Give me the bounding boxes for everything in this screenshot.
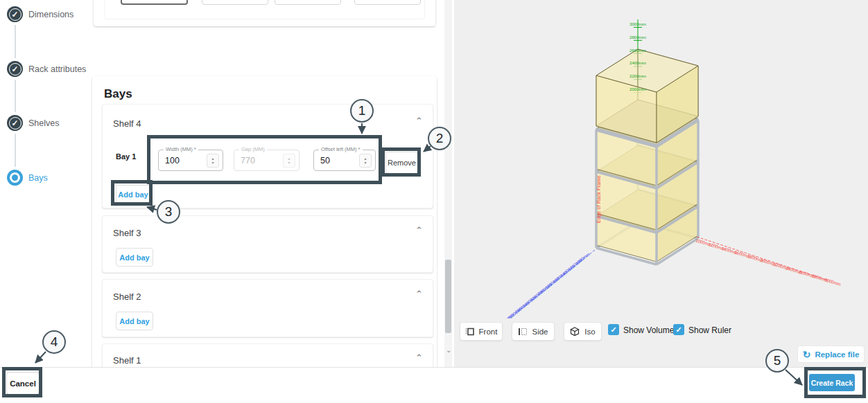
- annotation-circle-1: 1: [350, 99, 374, 123]
- svg-text:2200mm: 2200mm: [630, 73, 646, 78]
- svg-text:2800mm: 2800mm: [630, 35, 646, 39]
- gap-field: Gap (MM) 770 ▴▾: [234, 150, 300, 171]
- step-shelves-check-icon[interactable]: ✓: [7, 115, 23, 131]
- stepper-down-icon: ▾: [288, 161, 290, 165]
- cutoff-field[interactable]: [354, 0, 421, 5]
- iso-view-icon: [570, 327, 580, 337]
- annotation-circle-5: 5: [765, 349, 789, 373]
- create-rack-button[interactable]: Create Rack: [809, 374, 855, 391]
- add-bay-button-shelf-2[interactable]: Add bay: [116, 312, 153, 330]
- stepper-connector: [15, 80, 16, 112]
- sidebar-item-rack-attributes[interactable]: Rack attributes: [28, 64, 86, 74]
- show-ruler-checkbox[interactable]: ✓: [673, 324, 684, 335]
- step-bays-radio-icon[interactable]: [7, 170, 23, 186]
- front-view-button[interactable]: Front: [460, 322, 503, 341]
- collapse-chevron-icon[interactable]: ⌃: [415, 352, 423, 363]
- sidebar-item-shelves[interactable]: Shelves: [28, 118, 59, 128]
- ring: [10, 172, 20, 183]
- viewer-pane: 1000mm1200mm1400mm1600mm1800mm2000mm2200…: [454, 0, 868, 367]
- stepper-up-icon[interactable]: ▴: [211, 157, 214, 161]
- iso-view-button[interactable]: Iso: [564, 322, 602, 341]
- show-volume-checkbox[interactable]: ✓: [608, 324, 619, 335]
- cutoff-field[interactable]: [275, 0, 341, 5]
- side-view-icon: [518, 327, 527, 336]
- cutoff-field[interactable]: [121, 0, 188, 5]
- shelf-3-title: Shelf 3: [113, 228, 141, 238]
- footer-bar: [0, 367, 868, 403]
- number-stepper-icon[interactable]: ▴▾: [359, 154, 372, 168]
- previous-section-card: [94, 0, 435, 26]
- shelf-4-title: Shelf 4: [113, 118, 141, 129]
- offset-left-field-value[interactable]: 50: [320, 156, 330, 165]
- show-volume-label: Show Volume: [623, 325, 674, 335]
- svg-text:2000mm: 2000mm: [630, 87, 646, 91]
- annotation-circle-3: 3: [157, 200, 180, 224]
- cancel-button[interactable]: Cancel: [6, 372, 40, 395]
- replace-icon: ↻: [803, 349, 811, 360]
- stepper-connector: [15, 134, 16, 167]
- replace-file-label: Replace file: [815, 350, 859, 359]
- number-stepper-icon: ▴▾: [283, 154, 295, 168]
- remove-bay-button[interactable]: Remove: [385, 152, 418, 174]
- annotation-circle-2: 2: [428, 127, 451, 150]
- rack-3d-view[interactable]: 1000mm1200mm1400mm1600mm1800mm2000mm2200…: [454, 0, 868, 319]
- collapse-chevron-icon[interactable]: ⌃: [415, 116, 423, 126]
- gap-field-label: Gap (MM): [239, 146, 267, 152]
- number-stepper-icon[interactable]: ▴▾: [207, 154, 219, 168]
- replace-file-button[interactable]: ↻ Replace file: [797, 346, 865, 363]
- shelf-2-title: Shelf 2: [113, 292, 141, 302]
- ring: [9, 63, 21, 75]
- checkbox-check-icon: ✓: [675, 325, 682, 334]
- step-dimensions-check-icon[interactable]: ✓: [7, 6, 23, 22]
- ring: [9, 117, 21, 129]
- red-ruler-labels: 1000mm1200mm1400mm1600mm1800mm2000mm2200…: [695, 238, 842, 287]
- offset-left-field-label: Offset left (MM) *: [319, 146, 363, 152]
- collapse-chevron-icon[interactable]: ⌃: [415, 289, 423, 299]
- width-field-value[interactable]: 100: [165, 156, 180, 165]
- cutoff-field[interactable]: [202, 0, 268, 5]
- shelf-1-title: Shelf 1: [113, 355, 141, 366]
- bay-1-label: Bay 1: [116, 152, 136, 161]
- iso-view-label: Iso: [584, 328, 595, 336]
- side-view-label: Side: [532, 328, 548, 336]
- stepper-down-icon[interactable]: ▾: [364, 161, 366, 165]
- offset-left-field[interactable]: Offset left (MM) * 50 ▴▾: [313, 150, 376, 171]
- stepper-down-icon[interactable]: ▾: [211, 161, 214, 165]
- front-view-icon: [465, 327, 474, 336]
- add-bay-button-shelf-3[interactable]: Add bay: [116, 248, 153, 267]
- page-title: Bays: [104, 87, 132, 101]
- show-ruler-label: Show Ruler: [688, 325, 731, 335]
- collapse-chevron-icon[interactable]: ⌃: [415, 225, 423, 235]
- side-view-button[interactable]: Side: [512, 322, 555, 341]
- svg-text:2600mm: 2600mm: [630, 48, 646, 53]
- blue-ruler-labels: 1000mm1200mm1400mm1600mm1800mm2000mm2200…: [498, 251, 590, 319]
- edge-of-rack-frame-label: Edge of Rack Frame: [596, 175, 602, 223]
- rack-wizard-window: ✓ Dimensions ✓ Rack attributes ✓ Shelves…: [0, 0, 868, 403]
- svg-text:3000mm: 3000mm: [824, 277, 842, 287]
- svg-text:2400mm: 2400mm: [630, 60, 646, 65]
- stepper-up-icon[interactable]: ▴: [364, 157, 366, 161]
- scrollbar-down-arrow-icon[interactable]: ⌄: [446, 346, 451, 354]
- scrollbar-thumb[interactable]: [445, 260, 451, 333]
- stepper-connector: [15, 25, 16, 58]
- step-rack-attributes-check-icon[interactable]: ✓: [7, 61, 23, 77]
- annotation-circle-4: 4: [42, 330, 66, 354]
- stepper-up-icon: ▴: [288, 157, 290, 161]
- sidebar-item-dimensions[interactable]: Dimensions: [28, 10, 73, 19]
- gap-field-value: 770: [241, 156, 255, 165]
- previous-section-inner-card: [104, 0, 425, 19]
- checkbox-check-icon: ✓: [610, 325, 616, 334]
- front-view-label: Front: [479, 328, 498, 336]
- width-field[interactable]: Width (MM) * 100 ▴▾: [158, 150, 223, 171]
- svg-text:3000mm: 3000mm: [630, 21, 646, 26]
- ring: [9, 8, 21, 21]
- sidebar-item-bays[interactable]: Bays: [28, 173, 48, 183]
- width-field-label: Width (MM) *: [164, 146, 198, 152]
- add-bay-button-shelf-4[interactable]: Add bay: [116, 185, 150, 204]
